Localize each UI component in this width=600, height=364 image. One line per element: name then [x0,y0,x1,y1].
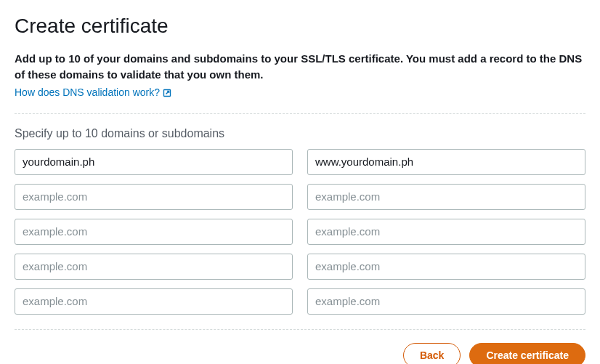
external-link-icon [163,88,171,97]
domain-input-1[interactable] [15,149,293,175]
domain-input-10[interactable] [307,288,585,315]
domain-input-9[interactable] [15,288,293,315]
page-title: Create certificate [15,15,585,38]
help-link-label: How does DNS validation work? [15,86,160,98]
domain-input-5[interactable] [15,219,293,245]
back-button[interactable]: Back [403,343,461,365]
domain-input-8[interactable] [307,254,585,280]
create-certificate-button[interactable]: Create certificate [469,343,585,365]
domains-section-label: Specify up to 10 domains or subdomains [15,127,585,140]
domain-input-4[interactable] [307,184,585,210]
domain-input-3[interactable] [15,184,293,210]
domain-input-2[interactable] [307,149,585,175]
divider [15,329,585,330]
instruction-text: Add up to 10 of your domains and subdoma… [15,51,585,83]
domain-input-grid [15,149,585,315]
domain-input-6[interactable] [307,219,585,245]
dns-validation-help-link[interactable]: How does DNS validation work? [15,86,171,98]
domain-input-7[interactable] [15,254,293,280]
divider [15,113,585,114]
button-row: Back Create certificate [15,343,585,365]
